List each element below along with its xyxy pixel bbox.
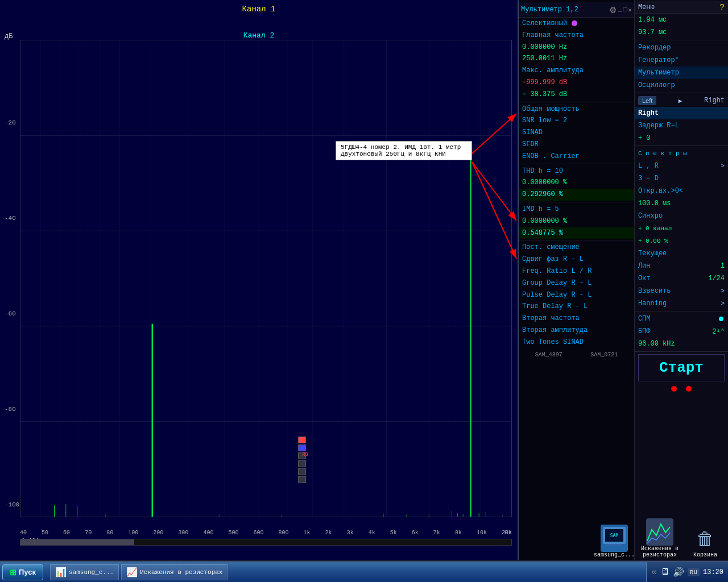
- y-label-40: -40: [5, 215, 16, 222]
- spectrum-area: Канал 1 дБ Канал 2: [0, 0, 518, 560]
- spectra-label: С п е к т р ы: [638, 150, 687, 157]
- main-freq-label: Главная частота: [522, 31, 584, 39]
- spectrum-display: [20, 40, 512, 517]
- legend-box-5: [298, 476, 306, 483]
- menu-question[interactable]: ?: [720, 3, 725, 12]
- selective-label: Селективный: [522, 19, 567, 28]
- y-label-20: -20: [5, 119, 16, 126]
- total-power-label: Общая мощность: [522, 105, 580, 113]
- hanning-label: Hanning: [638, 300, 667, 307]
- sync-label: Синхро: [638, 212, 663, 220]
- two-tones-label: Two Tones SINAD: [522, 338, 584, 346]
- samsung-icon-label: samsung_c...: [594, 552, 635, 558]
- freq-hz-value: 96.00 kHz: [638, 340, 675, 348]
- dc-offset-label: Пост. смещение: [522, 243, 580, 251]
- x-label-10k: 10k: [477, 530, 487, 536]
- enob-label: ENOB . Carrier: [522, 152, 580, 160]
- left-button[interactable]: Left: [638, 96, 656, 105]
- x-label-8k: 8k: [455, 530, 462, 536]
- x-label-70: 70: [85, 530, 92, 536]
- arrow-right-icon: ▶: [659, 97, 702, 105]
- x-label-2k: 2k: [325, 530, 332, 536]
- settings-icon[interactable]: ⚙: [610, 3, 616, 16]
- right-active-label[interactable]: Right: [638, 109, 659, 117]
- three-d-label: 3 − D: [638, 174, 659, 182]
- x-label-500: 500: [228, 530, 238, 536]
- system-clock: 13:20: [703, 568, 723, 576]
- oscilloscope-label: Осциллогр: [638, 81, 675, 89]
- time1-value: 1.94 мс: [638, 16, 667, 24]
- legend-box-4: [298, 468, 306, 475]
- annotation-box: 5ГДШ4-4 номер 2. ИМД 1вт. 1 метр Двухтон…: [336, 141, 472, 160]
- svg-rect-50: [646, 518, 673, 546]
- samsung-icon: SAM: [601, 525, 628, 552]
- language-indicator[interactable]: RU: [688, 568, 700, 576]
- open-value: 100.0 мs: [638, 199, 671, 207]
- max-amp-label: Макс. амплитуда: [522, 66, 584, 74]
- delay-value: + 0: [638, 134, 651, 142]
- open-label: Откр.вх.>0<: [638, 187, 683, 195]
- thd-val1: 0.0000000 %: [522, 178, 567, 186]
- x-label-6k: 6k: [412, 530, 419, 536]
- pause-dot[interactable]: [686, 386, 692, 392]
- taskbar-app-samsung[interactable]: 📊 samsung_c...: [50, 564, 119, 580]
- right-label[interactable]: Right: [704, 97, 725, 105]
- freq-val1: 0.000000 Hz: [522, 43, 567, 51]
- phase-shift-label: Сдвиг фаз R - L: [522, 255, 584, 263]
- x-label-400: 400: [203, 530, 213, 536]
- desktop-icon-recycle[interactable]: 🗑 Корзина: [685, 525, 725, 558]
- oct-value: 1/24: [708, 275, 725, 282]
- hanning-arrow: >: [721, 300, 725, 307]
- recycle-icon: 🗑: [692, 525, 719, 552]
- desktop-icon-distort[interactable]: Искажения в резисторах: [640, 518, 680, 558]
- annotation-line2: Двухтоновый 250Гц и 8кГц КНИ: [341, 151, 467, 157]
- multimeter-ctrl-label: Мультиметр: [638, 69, 679, 77]
- right-panel: Мультиметр 1,2 ⚙ _ □ ✕ Селективный Главн…: [518, 0, 728, 560]
- lin-value: 1: [721, 262, 725, 270]
- x-label-7k: 7k: [433, 530, 440, 536]
- sam1-label: SAM_4397: [535, 352, 562, 358]
- maximize-icon[interactable]: □: [623, 6, 627, 13]
- minimize-icon[interactable]: _: [618, 6, 622, 13]
- oct-label: Окт: [638, 275, 651, 282]
- weight-arrow: >: [721, 288, 725, 294]
- close-icon[interactable]: ✕: [628, 6, 632, 14]
- y-label-80: -80: [5, 406, 16, 413]
- x-label-3k: 3k: [347, 530, 354, 536]
- taskbar-app-icon-samsung: 📊: [55, 567, 67, 578]
- start-button[interactable]: Старт: [638, 354, 725, 381]
- x-label-800: 800: [279, 530, 289, 536]
- x-label-4k: 4k: [369, 530, 375, 536]
- time2-value: 93.7 мс: [638, 28, 667, 36]
- taskbar-app-distort[interactable]: 📈 Искажения в резисторах: [121, 564, 228, 580]
- legend-r3-label: R3: [302, 452, 308, 458]
- bpf-label: БПФ: [638, 327, 651, 335]
- lin-label: Лин: [638, 262, 651, 270]
- sam2-label: SAM_0721: [590, 352, 618, 358]
- scrollbar[interactable]: [20, 539, 512, 546]
- svg-text:🗑: 🗑: [696, 530, 714, 551]
- stop-dot[interactable]: [671, 386, 677, 392]
- start-menu-button[interactable]: ⊞ Пуск: [2, 564, 43, 580]
- controls-panel: Меню ? 1.94 мс 93.7 мс Рекордер Генерато…: [635, 0, 728, 560]
- taskbar-app-icon-distort: 📈: [126, 567, 138, 578]
- tray-arrow-icon[interactable]: «: [651, 567, 657, 577]
- spm-label: СПМ: [638, 315, 651, 323]
- scrollbar-thumb[interactable]: [20, 539, 134, 545]
- thd-val2: 0.292960 %: [522, 190, 563, 198]
- y-label-60: -60: [5, 310, 16, 317]
- svg-text:SAM: SAM: [610, 533, 619, 538]
- amp-val2: − 38.375 dB: [522, 90, 567, 98]
- spm-indicator: [719, 317, 723, 321]
- channel2-label: Канал 2: [0, 31, 518, 40]
- recorder-label: Рекордер: [638, 44, 671, 52]
- current-label: Текущее: [638, 250, 667, 257]
- y-label-100: -100: [5, 501, 19, 508]
- pulse-delay-label: Pulse Delay R - L: [522, 291, 592, 299]
- legend-box-r3: [298, 436, 306, 443]
- imd-val1: 0.0000000 %: [522, 217, 567, 225]
- meter-panel: Мультиметр 1,2 ⚙ _ □ ✕ Селективный Главн…: [519, 0, 635, 560]
- desktop-icon-samsung[interactable]: SAM samsung_c...: [594, 525, 634, 558]
- snr-label: SNR low = 2: [522, 117, 567, 124]
- selective-indicator: [572, 20, 577, 26]
